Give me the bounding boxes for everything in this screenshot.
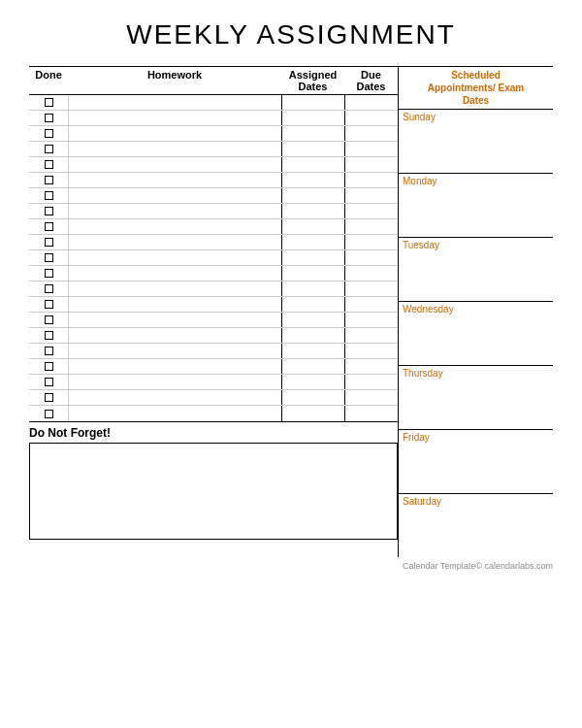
cell-due[interactable]	[344, 188, 398, 203]
cell-due[interactable]	[344, 95, 398, 110]
cell-homework[interactable]	[68, 390, 281, 405]
cell-due[interactable]	[344, 111, 398, 125]
header-due-dates: DueDates	[344, 69, 398, 92]
cell-homework[interactable]	[68, 250, 281, 265]
cell-assigned[interactable]	[281, 313, 344, 327]
cell-homework[interactable]	[68, 142, 281, 156]
day-label-saturday: Saturday	[399, 494, 553, 509]
cell-assigned[interactable]	[281, 375, 344, 389]
cell-done	[29, 300, 68, 309]
cell-homework[interactable]	[68, 204, 281, 218]
cell-due[interactable]	[344, 390, 398, 405]
checkbox[interactable]	[45, 160, 53, 169]
checkbox[interactable]	[45, 98, 53, 107]
cell-homework[interactable]	[68, 188, 281, 203]
cell-assigned[interactable]	[281, 142, 344, 156]
cell-due[interactable]	[344, 157, 398, 172]
cell-due[interactable]	[344, 235, 398, 249]
checkbox[interactable]	[45, 191, 53, 200]
day-space-friday[interactable]	[399, 445, 553, 493]
checkbox[interactable]	[45, 347, 53, 355]
do-not-forget-box[interactable]	[29, 443, 398, 540]
cell-homework[interactable]	[68, 111, 281, 125]
cell-due[interactable]	[344, 328, 398, 343]
day-space-thursday[interactable]	[399, 381, 553, 429]
cell-due[interactable]	[344, 281, 398, 296]
cell-assigned[interactable]	[281, 406, 344, 421]
cell-due[interactable]	[344, 142, 398, 156]
day-space-wednesday[interactable]	[399, 316, 553, 365]
checkbox[interactable]	[45, 269, 53, 278]
cell-due[interactable]	[344, 313, 398, 327]
cell-homework[interactable]	[68, 359, 281, 374]
checkbox[interactable]	[45, 300, 53, 309]
day-space-monday[interactable]	[399, 188, 553, 237]
cell-assigned[interactable]	[281, 390, 344, 405]
checkbox[interactable]	[45, 222, 53, 231]
cell-homework[interactable]	[68, 95, 281, 110]
cell-due[interactable]	[344, 219, 398, 234]
day-space-tuesday[interactable]	[399, 252, 553, 301]
cell-due[interactable]	[344, 359, 398, 374]
cell-assigned[interactable]	[281, 328, 344, 343]
cell-homework[interactable]	[68, 126, 281, 141]
cell-assigned[interactable]	[281, 95, 344, 110]
cell-assigned[interactable]	[281, 344, 344, 358]
cell-homework[interactable]	[68, 375, 281, 389]
cell-assigned[interactable]	[281, 235, 344, 249]
cell-assigned[interactable]	[281, 250, 344, 265]
cell-assigned[interactable]	[281, 266, 344, 281]
cell-homework[interactable]	[68, 297, 281, 312]
cell-homework[interactable]	[68, 235, 281, 249]
cell-due[interactable]	[344, 344, 398, 358]
cell-homework[interactable]	[68, 157, 281, 172]
day-space-sunday[interactable]	[399, 124, 553, 173]
checkbox[interactable]	[45, 129, 53, 138]
checkbox[interactable]	[45, 207, 53, 215]
cell-assigned[interactable]	[281, 173, 344, 187]
day-space-saturday[interactable]	[399, 509, 553, 557]
cell-due[interactable]	[344, 204, 398, 218]
table-row	[29, 173, 398, 188]
cell-homework[interactable]	[68, 281, 281, 296]
checkbox[interactable]	[45, 378, 53, 386]
cell-homework[interactable]	[68, 219, 281, 234]
column-headers: Done Homework AssignedDates DueDates	[29, 66, 398, 95]
cell-due[interactable]	[344, 250, 398, 265]
checkbox[interactable]	[45, 393, 53, 402]
checkbox[interactable]	[45, 253, 53, 262]
cell-assigned[interactable]	[281, 111, 344, 125]
checkbox[interactable]	[45, 331, 53, 340]
cell-homework[interactable]	[68, 266, 281, 281]
checkbox[interactable]	[45, 410, 53, 418]
cell-assigned[interactable]	[281, 281, 344, 296]
cell-assigned[interactable]	[281, 204, 344, 218]
cell-homework[interactable]	[68, 344, 281, 358]
cell-due[interactable]	[344, 406, 398, 421]
cell-due[interactable]	[344, 375, 398, 389]
cell-assigned[interactable]	[281, 188, 344, 203]
table-row	[29, 406, 398, 421]
cell-assigned[interactable]	[281, 157, 344, 172]
cell-due[interactable]	[344, 297, 398, 312]
checkbox[interactable]	[45, 238, 53, 247]
cell-due[interactable]	[344, 173, 398, 187]
cell-due[interactable]	[344, 126, 398, 141]
cell-assigned[interactable]	[281, 297, 344, 312]
checkbox[interactable]	[45, 362, 53, 371]
checkbox[interactable]	[45, 315, 53, 324]
cell-homework[interactable]	[68, 406, 281, 421]
cell-homework[interactable]	[68, 313, 281, 327]
checkbox[interactable]	[45, 176, 53, 184]
cell-assigned[interactable]	[281, 359, 344, 374]
cell-assigned[interactable]	[281, 126, 344, 141]
table-row	[29, 219, 398, 235]
checkbox[interactable]	[45, 284, 53, 293]
cell-homework[interactable]	[68, 328, 281, 343]
cell-homework[interactable]	[68, 173, 281, 187]
cell-due[interactable]	[344, 266, 398, 281]
cell-assigned[interactable]	[281, 219, 344, 234]
checkbox[interactable]	[45, 145, 53, 153]
checkbox[interactable]	[45, 114, 53, 122]
table-row	[29, 297, 398, 313]
